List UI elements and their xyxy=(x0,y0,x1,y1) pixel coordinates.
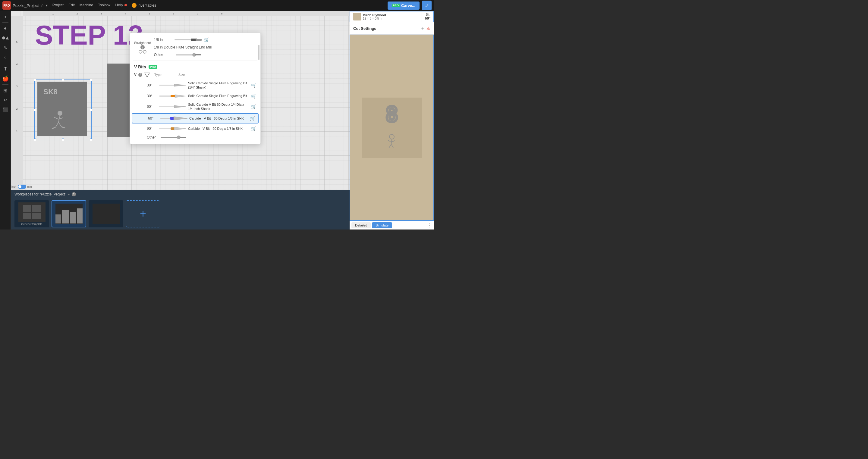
vbit-3-icon xyxy=(159,104,186,109)
vbit-2-cart[interactable]: 🛒 xyxy=(251,94,256,98)
vbit-3-cart[interactable]: 🛒 xyxy=(251,104,256,109)
apps-tool-btn[interactable]: 🍎 xyxy=(1,74,10,83)
toolbar-sep-3 xyxy=(2,84,8,85)
expand-button[interactable]: ⤢ xyxy=(422,1,432,10)
nav-help[interactable]: Help xyxy=(116,3,127,8)
workpiece-thumb-3 xyxy=(93,204,120,224)
text-tool-btn[interactable]: T xyxy=(1,64,10,73)
project-name[interactable]: Puzzle_Project xyxy=(13,3,39,8)
svg-line-5 xyxy=(59,122,61,127)
vbits-help-icon[interactable]: ? xyxy=(138,73,142,77)
nav-project[interactable]: Project xyxy=(53,3,64,8)
nav-machine[interactable]: Machine xyxy=(80,3,93,8)
circle-tool-btn[interactable]: ○ xyxy=(1,53,10,62)
svg-rect-31 xyxy=(159,106,174,107)
vbit-4-cart[interactable]: 🛒 xyxy=(250,116,255,121)
straight-cut-glasses-icon xyxy=(138,50,147,54)
nav-edit[interactable]: Edit xyxy=(68,3,75,8)
dropdown-icon[interactable]: ▾ xyxy=(46,3,48,7)
vbit-row-3[interactable]: 60° Solid Carbide V-Bit 60 Deg x 1/4 Dia… xyxy=(130,101,260,113)
sel-handle-tm[interactable] xyxy=(62,79,64,81)
vbit-1-icon xyxy=(159,83,186,88)
sel-handle-tr[interactable] xyxy=(90,79,92,81)
ruler-top: 1 2 3 4 5 6 7 8 xyxy=(23,11,350,16)
vbits-title: V Bits xyxy=(134,64,146,69)
toolbar-sep-2 xyxy=(2,63,8,63)
scrollbar[interactable] xyxy=(258,36,260,141)
workpiece-item-2[interactable] xyxy=(52,200,86,227)
svg-marker-30 xyxy=(175,95,186,98)
skater-icon xyxy=(46,109,70,133)
import-tool-btn[interactable]: ⊞ xyxy=(1,86,10,95)
star-icon[interactable]: ☆ xyxy=(41,3,44,7)
bit-info[interactable]: Bit 60° xyxy=(422,11,433,22)
svg-point-0 xyxy=(58,111,62,116)
undo-tool-btn[interactable]: ↩ xyxy=(1,96,10,104)
sel-handle-tl[interactable] xyxy=(34,79,36,81)
sel-handle-br[interactable] xyxy=(90,138,92,141)
workpiece-thumb-2 xyxy=(56,204,83,224)
ruler-mark-3: 3 xyxy=(89,12,113,15)
workpiece-item-1[interactable]: Generic Template xyxy=(14,200,49,227)
app-logo: PRO xyxy=(2,1,11,10)
material-bar: Birch Plywood 12 × 8 × 0.5 in Bit 60° xyxy=(350,11,434,22)
cut-settings-header: Cut Settings + ⚠ xyxy=(350,22,434,35)
material-info[interactable]: Birch Plywood 12 × 8 × 0.5 in xyxy=(350,11,422,22)
vbit-row-1[interactable]: 30° Solid Carbide Single Flute Engraving… xyxy=(130,79,260,92)
svg-rect-22 xyxy=(176,55,193,56)
simulate-button[interactable]: Simulate xyxy=(372,222,392,228)
pro-badge: PRO xyxy=(392,4,400,7)
vbit-5-cart[interactable]: 🛒 xyxy=(251,126,256,131)
workpieces-header: Workpieces for "Puzzle_Project" ▾ ? xyxy=(11,190,350,198)
bit-option-double-flute[interactable]: 1/8 in Double Flute Straight End Mill xyxy=(154,44,256,51)
svg-rect-19 xyxy=(175,39,193,40)
vbit-row-4-selected[interactable]: 60° Carbide - V-Bit - 60 Deg x 1/8 in SH… xyxy=(132,113,258,124)
nav-toolbox[interactable]: Toolbox xyxy=(98,3,110,8)
vbit-row-2[interactable]: 30° Solid Carbide Single Flute Engraving… xyxy=(130,92,260,101)
unit-toggle-switch[interactable] xyxy=(18,185,26,189)
workpiece-add-button[interactable]: + xyxy=(126,200,160,227)
cut-settings-add-button[interactable]: + xyxy=(419,25,427,32)
workpieces-help-icon[interactable]: ? xyxy=(72,192,76,196)
svg-rect-29 xyxy=(170,95,175,97)
ruler-mark-7: 7 xyxy=(186,12,210,15)
vbit-row-5[interactable]: 90° Carbide - V-Bit - 90 Deg x 1/8 in SH… xyxy=(130,124,260,133)
vbit-row-other[interactable]: Other xyxy=(130,133,260,141)
pen-tool-btn[interactable]: ✎ xyxy=(1,43,10,52)
workpiece-item-3[interactable] xyxy=(89,200,123,227)
more-options-button[interactable]: ⋮ xyxy=(427,223,432,228)
bit-1-8-icon xyxy=(175,37,202,42)
shape-tool-btn[interactable] xyxy=(1,33,10,42)
carve-button[interactable]: PRO Carve... xyxy=(388,1,420,10)
bit-other-icon xyxy=(175,53,202,57)
ruler-vert-1: 1 xyxy=(16,130,18,133)
left-toolbar: ◂ ● ✎ ○ T 🍎 ⊞ ↩ ⬛ xyxy=(0,11,11,230)
sel-handle-ml[interactable] xyxy=(34,109,36,111)
bit-option-other[interactable]: Other xyxy=(154,51,256,59)
inventables-icon xyxy=(132,3,136,8)
select-tool-btn[interactable]: ● xyxy=(1,24,10,33)
straight-cut-help-icon[interactable]: ? xyxy=(141,45,145,50)
sel-handle-bl[interactable] xyxy=(34,138,36,141)
v-bit-shape-icon xyxy=(144,72,150,78)
cart-icon-1-8[interactable]: 🛒 xyxy=(204,37,209,42)
collapse-toolbar-btn[interactable]: ◂ xyxy=(1,12,10,21)
workpieces-dropdown-icon[interactable]: ▾ xyxy=(68,192,70,196)
nav-inventables[interactable]: Inventables xyxy=(132,3,156,8)
bit-option-1-8[interactable]: 1/8 in 🛒 xyxy=(154,36,256,44)
col-size-header: Size xyxy=(179,73,256,76)
sel-handle-mr[interactable] xyxy=(90,109,92,111)
toolbar-sep-1 xyxy=(2,22,8,23)
3d-tool-btn[interactable]: ⬛ xyxy=(1,105,10,114)
vbit-1-cart[interactable]: 🛒 xyxy=(251,83,256,88)
sel-handle-bm[interactable] xyxy=(62,138,64,141)
vbits-section: V Bits PRO V ? Type Size 30° Solid Carbi… xyxy=(130,61,260,144)
canvas-box-sk8[interactable]: SK8 xyxy=(37,81,87,136)
unit-mm-label: mm xyxy=(27,185,32,188)
vbits-col-headers: V ? Type Size xyxy=(130,70,260,79)
svg-marker-27 xyxy=(174,84,186,87)
svg-marker-32 xyxy=(174,105,186,108)
detailed-button[interactable]: Detailed xyxy=(351,222,371,228)
material-name: Birch Plywood xyxy=(363,13,386,17)
unit-toggle: inch mm xyxy=(11,185,32,189)
